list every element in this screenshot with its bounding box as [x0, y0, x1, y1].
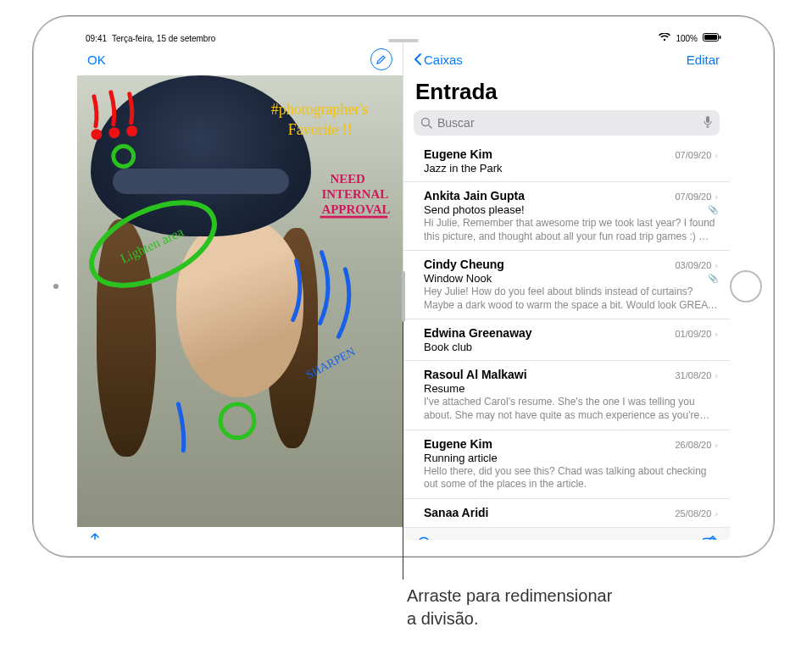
status-bar: 09:41 Terça-feira, 15 de setembro 100%	[77, 33, 730, 43]
wifi-icon	[659, 33, 670, 43]
status-time: 09:41	[86, 34, 107, 43]
chevron-right-icon: ›	[715, 150, 718, 160]
mail-item[interactable]: Cindy Cheung03/09/20›Window Nook📎Hey Jul…	[403, 250, 730, 319]
dictate-button[interactable]	[703, 115, 713, 131]
attachment-icon: 📎	[708, 274, 718, 283]
battery-icon	[703, 33, 721, 43]
photo-bottom-toolbar	[77, 527, 403, 540]
attachment-icon: 📎	[708, 205, 718, 214]
screen: 09:41 Terça-feira, 15 de setembro 100% O…	[77, 33, 730, 540]
svg-rect-12	[706, 116, 709, 123]
mail-subject: Running article	[424, 452, 498, 464]
mail-item[interactable]: Ankita Jain Gupta07/09/20›Send photos pl…	[403, 181, 730, 250]
mail-preview: Hello there, did you see this? Chad was …	[424, 465, 718, 491]
mail-item[interactable]: Eugene Kim07/09/20›Jazz in the Park	[403, 141, 730, 181]
mail-sender: Cindy Cheung	[424, 258, 504, 271]
mail-date: 03/09/20›	[676, 260, 719, 270]
annotation-favorite-2: Favorite !!	[288, 121, 353, 138]
annotation-need-1: NEED	[330, 172, 365, 186]
mail-item[interactable]: Eugene Kim26/08/20›Running articleHello …	[403, 430, 730, 498]
mail-sender: Eugene Kim	[424, 437, 492, 451]
svg-point-10	[422, 119, 430, 126]
search-input[interactable]: Buscar	[414, 110, 720, 136]
callout-line-1: Arraste para redimensionar	[407, 585, 612, 607]
svg-point-13	[419, 537, 430, 540]
mail-nav-bar: Caixas Editar	[403, 43, 730, 75]
mail-sender: Edwina Greenaway	[424, 326, 532, 340]
home-button[interactable]	[730, 270, 762, 302]
mail-subject: Book club	[424, 341, 472, 353]
split-view: OK	[77, 43, 730, 540]
annotation-favorite-1: #photographer's	[271, 101, 369, 118]
mail-sender: Rasoul Al Malkawi	[424, 368, 527, 381]
mail-sender: Ankita Jain Gupta	[424, 189, 525, 202]
callout-text: Arraste para redimensionar a divisão.	[407, 585, 612, 630]
filter-icon	[415, 536, 432, 540]
svg-point-3	[93, 131, 100, 138]
markup-tools-button[interactable]	[370, 48, 392, 70]
mail-sender: Sanaa Aridi	[424, 506, 489, 519]
svg-point-6	[114, 147, 134, 167]
mail-subject: Jazz in the Park	[424, 162, 503, 175]
markup-toolbar: OK	[77, 43, 403, 75]
markup-annotations: Lighten area #photographer's Favorite !!…	[77, 75, 403, 505]
back-button[interactable]: Caixas	[414, 53, 463, 67]
edit-button[interactable]: Editar	[687, 53, 720, 67]
mail-subject: Resume	[424, 382, 464, 395]
mail-pane: Caixas Editar Entrada Buscar Eugene Kim0…	[403, 43, 730, 540]
mail-preview: Hi Julie, Remember that awesome trip we …	[424, 217, 718, 243]
svg-point-4	[111, 130, 118, 136]
mail-date: 31/08/20›	[676, 370, 719, 380]
chevron-right-icon: ›	[715, 440, 718, 450]
mail-sender: Eugene Kim	[424, 147, 492, 161]
photos-markup-pane: OK	[77, 43, 403, 540]
search-icon	[420, 117, 432, 129]
annotation-need-3: APPROVAL	[321, 202, 390, 216]
mail-item[interactable]: Edwina Greenaway01/09/20›Book club	[403, 319, 730, 360]
mail-date: 07/09/20›	[676, 191, 719, 202]
share-button[interactable]	[87, 533, 103, 540]
chevron-right-icon: ›	[715, 329, 718, 339]
photo-canvas[interactable]: Lighten area #photographer's Favorite !!…	[77, 75, 403, 527]
mail-subject: Window Nook	[424, 272, 492, 285]
mail-date: 01/09/20›	[676, 329, 719, 339]
ipad-frame: 09:41 Terça-feira, 15 de setembro 100% O…	[32, 15, 775, 557]
chevron-left-icon	[414, 53, 422, 66]
microphone-icon	[703, 115, 713, 129]
chevron-right-icon: ›	[715, 508, 718, 519]
svg-point-9	[220, 404, 254, 438]
mail-date: 25/08/20›	[676, 508, 719, 519]
mail-preview: I've attached Carol's resume. She's the …	[424, 396, 718, 422]
compose-button[interactable]	[701, 535, 718, 540]
mail-item[interactable]: Sanaa Aridi25/08/20›	[403, 498, 730, 527]
annotation-lighten: Lighten area	[118, 225, 186, 267]
share-icon	[87, 533, 103, 540]
mail-list[interactable]: Eugene Kim07/09/20›Jazz in the ParkAnkit…	[403, 141, 730, 527]
status-date: Terça-feira, 15 de setembro	[112, 34, 215, 43]
camera-icon	[53, 284, 58, 289]
filter-button[interactable]	[415, 536, 432, 540]
pen-icon	[375, 53, 387, 65]
mail-date: 26/08/20›	[676, 440, 719, 450]
split-divider-handle[interactable]	[402, 271, 405, 322]
ok-button[interactable]: OK	[87, 53, 106, 67]
svg-rect-2	[720, 36, 721, 39]
chevron-right-icon: ›	[715, 370, 718, 380]
callout-leader-line	[403, 300, 403, 580]
svg-point-5	[129, 128, 136, 135]
chevron-right-icon: ›	[715, 260, 718, 270]
multitask-pill-icon[interactable]	[388, 39, 419, 42]
mail-date: 07/09/20›	[676, 150, 719, 160]
back-label: Caixas	[424, 53, 463, 67]
mail-preview: Hey Julie! How do you feel about blinds …	[424, 286, 718, 312]
mail-toolbar: Atualizado há 2 minutos	[403, 527, 730, 540]
annotation-need-2: INTERNAL	[321, 187, 388, 201]
mail-item[interactable]: Rasoul Al Malkawi31/08/20›ResumeI've att…	[403, 360, 730, 429]
svg-rect-14	[704, 538, 715, 540]
chevron-right-icon: ›	[715, 191, 718, 202]
search-placeholder: Buscar	[437, 116, 475, 130]
battery-percent: 100%	[676, 34, 698, 43]
page-title: Entrada	[403, 75, 730, 110]
mail-subject: Send photos please!	[424, 203, 525, 216]
updated-status: Atualizado há 2 minutos	[512, 538, 620, 540]
